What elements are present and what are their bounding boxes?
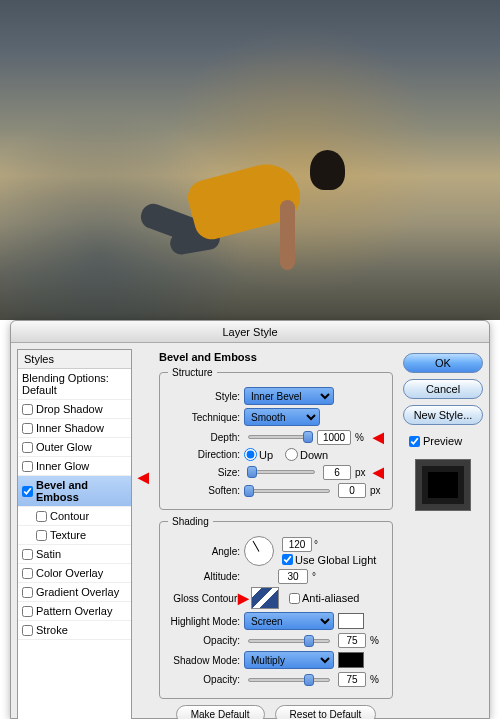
settings-panel: Bevel and Emboss Structure Style:Inner B…: [155, 349, 397, 719]
shadow-mode-label: Shadow Mode:: [168, 655, 240, 666]
blending-options-row[interactable]: Blending Options: Default: [18, 369, 131, 400]
gloss-contour-label: Gloss Contour:: [168, 593, 240, 604]
highlight-opacity-slider[interactable]: [248, 639, 330, 643]
preview-label: Preview: [423, 435, 462, 447]
style-color-overlay[interactable]: Color Overlay: [18, 564, 131, 583]
checkbox-inner-shadow[interactable]: [22, 423, 33, 434]
checkbox-inner-glow[interactable]: [22, 461, 33, 472]
style-texture[interactable]: Texture: [18, 526, 131, 545]
highlight-mode-select[interactable]: Screen: [244, 612, 334, 630]
highlight-mode-label: Highlight Mode:: [168, 616, 240, 627]
checkbox-texture[interactable]: [36, 530, 47, 541]
section-title: Bevel and Emboss: [159, 351, 393, 363]
style-stroke[interactable]: Stroke: [18, 621, 131, 640]
style-pattern-overlay[interactable]: Pattern Overlay: [18, 602, 131, 621]
checkbox-drop-shadow[interactable]: [22, 404, 33, 415]
shading-group: Shading Angle: ° Use Global Light Altitu…: [159, 516, 393, 699]
antialiased-checkbox[interactable]: [289, 593, 300, 604]
styles-list: Styles Blending Options: Default Drop Sh…: [17, 349, 132, 719]
shadow-color-swatch[interactable]: [338, 652, 364, 668]
cancel-button[interactable]: Cancel: [403, 379, 483, 399]
highlight-opacity-label: Opacity:: [168, 635, 240, 646]
checkbox-outer-glow[interactable]: [22, 442, 33, 453]
checkbox-bevel-emboss[interactable]: [22, 486, 33, 497]
soften-slider[interactable]: [248, 489, 330, 493]
size-slider[interactable]: [248, 470, 315, 474]
dialog-buttons: OK Cancel New Style... Preview: [403, 349, 483, 719]
ok-button[interactable]: OK: [403, 353, 483, 373]
structure-group: Structure Style:Inner Bevel Technique:Sm…: [159, 367, 393, 510]
shading-legend: Shading: [168, 516, 213, 527]
shadow-mode-select[interactable]: Multiply: [244, 651, 334, 669]
layer-style-dialog: Layer Style Styles Blending Options: Def…: [10, 320, 490, 719]
style-outer-glow[interactable]: Outer Glow: [18, 438, 131, 457]
soften-input[interactable]: [338, 483, 366, 498]
depth-slider[interactable]: [248, 435, 309, 439]
style-select[interactable]: Inner Bevel: [244, 387, 334, 405]
style-inner-glow[interactable]: Inner Glow: [18, 457, 131, 476]
style-satin[interactable]: Satin: [18, 545, 131, 564]
annotation-arrow-icon: ◀: [138, 469, 149, 485]
shadow-opacity-input[interactable]: [338, 672, 366, 687]
depth-input[interactable]: [317, 430, 351, 445]
highlight-opacity-input[interactable]: [338, 633, 366, 648]
structure-legend: Structure: [168, 367, 217, 378]
make-default-button[interactable]: Make Default: [176, 705, 265, 719]
checkbox-pattern-overlay[interactable]: [22, 606, 33, 617]
shadow-opacity-label: Opacity:: [168, 674, 240, 685]
style-contour[interactable]: Contour: [18, 507, 131, 526]
technique-label: Technique:: [168, 412, 240, 423]
gloss-contour-picker[interactable]: [251, 587, 279, 609]
altitude-input[interactable]: [278, 569, 308, 584]
checkbox-gradient-overlay[interactable]: [22, 587, 33, 598]
background-artwork: [0, 0, 500, 320]
checkbox-color-overlay[interactable]: [22, 568, 33, 579]
direction-label: Direction:: [168, 449, 240, 460]
annotation-arrow-icon: ◀: [373, 464, 384, 480]
size-label: Size:: [168, 467, 240, 478]
annotation-arrow-icon: ◀: [373, 429, 384, 445]
figure-illustration: [130, 140, 360, 300]
global-light-checkbox[interactable]: [282, 554, 293, 565]
new-style-button[interactable]: New Style...: [403, 405, 483, 425]
checkbox-stroke[interactable]: [22, 625, 33, 636]
soften-label: Soften:: [168, 485, 240, 496]
preview-checkbox[interactable]: [409, 436, 420, 447]
style-drop-shadow[interactable]: Drop Shadow: [18, 400, 131, 419]
size-input[interactable]: [323, 465, 351, 480]
style-inner-shadow[interactable]: Inner Shadow: [18, 419, 131, 438]
direction-up-radio[interactable]: [244, 448, 257, 461]
angle-input[interactable]: [282, 537, 312, 552]
annotation-arrow-icon: ▶: [238, 590, 249, 606]
style-gradient-overlay[interactable]: Gradient Overlay: [18, 583, 131, 602]
depth-label: Depth:: [168, 432, 240, 443]
dialog-title: Layer Style: [11, 321, 489, 343]
direction-down-radio[interactable]: [285, 448, 298, 461]
style-bevel-emboss[interactable]: Bevel and Emboss: [18, 476, 131, 507]
checkbox-satin[interactable]: [22, 549, 33, 560]
reset-default-button[interactable]: Reset to Default: [275, 705, 377, 719]
technique-select[interactable]: Smooth: [244, 408, 320, 426]
styles-header[interactable]: Styles: [18, 350, 131, 369]
preview-swatch: [415, 459, 471, 511]
checkbox-contour[interactable]: [36, 511, 47, 522]
altitude-label: Altitude:: [168, 571, 240, 582]
highlight-color-swatch[interactable]: [338, 613, 364, 629]
style-label: Style:: [168, 391, 240, 402]
angle-label: Angle:: [168, 546, 240, 557]
angle-dial[interactable]: [244, 536, 274, 566]
shadow-opacity-slider[interactable]: [248, 678, 330, 682]
